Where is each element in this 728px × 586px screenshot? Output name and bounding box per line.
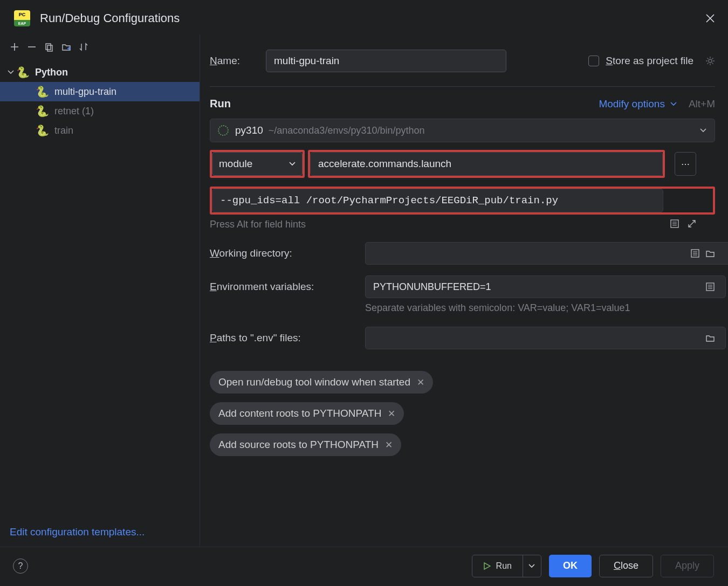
interpreter-name: py310 — [235, 125, 263, 136]
chip-label: Add source roots to PYTHONPATH — [218, 439, 379, 451]
tree-parent-python[interactable]: 🐍 Python — [0, 63, 200, 82]
copy-config-button[interactable] — [41, 39, 57, 55]
expand-icon[interactable] — [687, 219, 697, 229]
interpreter-select[interactable]: py310 ~/anaconda3/envs/py310/bin/python — [210, 119, 715, 142]
close-icon[interactable]: ✕ — [417, 377, 424, 388]
store-label: Store as project file — [606, 55, 693, 67]
module-name-input[interactable] — [310, 152, 663, 176]
parameters-input[interactable] — [212, 189, 663, 212]
chevron-down-icon — [670, 101, 677, 107]
add-config-button[interactable] — [6, 39, 23, 55]
workdir-label: Working directory: — [210, 247, 365, 259]
store-checkbox[interactable] — [588, 56, 599, 66]
env-helper: Separate variables with semicolon: VAR=v… — [365, 302, 715, 314]
modify-options-link[interactable]: Modify options — [599, 98, 665, 110]
ok-button[interactable]: OK — [549, 555, 592, 577]
chevron-down-icon — [289, 161, 296, 167]
app-icon — [14, 10, 30, 26]
list-icon[interactable] — [690, 249, 700, 258]
module-name-highlight — [308, 150, 665, 178]
sidebar: 🐍 Python 🐍 multi-gpu-train 🐍 retnet (1) … — [0, 35, 200, 547]
name-input[interactable] — [266, 50, 506, 72]
module-script-select[interactable]: module — [212, 152, 303, 176]
chevron-down-icon — [699, 127, 707, 134]
python-icon: 🐍 — [36, 105, 49, 118]
run-section-title: Run — [210, 98, 231, 110]
interpreter-path: ~/anaconda3/envs/py310/bin/python — [269, 125, 425, 136]
list-icon[interactable] — [670, 219, 679, 229]
chip-label: Open run/debug tool window when started — [218, 376, 410, 388]
parameters-highlight — [210, 187, 715, 215]
svg-rect-0 — [46, 44, 51, 50]
python-icon: 🐍 — [16, 66, 30, 79]
play-icon — [483, 562, 491, 570]
modify-shortcut: Alt+M — [689, 98, 715, 110]
loading-icon — [218, 125, 229, 136]
chip-label: Add content roots to PYTHONPATH — [218, 408, 381, 419]
help-button[interactable]: ? — [13, 559, 28, 574]
svg-rect-1 — [47, 45, 52, 51]
close-icon[interactable]: ✕ — [385, 439, 393, 451]
edit-templates-link[interactable]: Edit configuration templates... — [10, 526, 145, 537]
tree-item-multi-gpu-train[interactable]: 🐍 multi-gpu-train — [0, 82, 200, 101]
config-toolbar — [0, 36, 200, 58]
option-chip[interactable]: Add source roots to PYTHONPATH ✕ — [210, 433, 401, 456]
gear-icon[interactable] — [705, 56, 715, 66]
tree-item-label: retnet (1) — [54, 106, 94, 117]
tree-item-retnet[interactable]: 🐍 retnet (1) — [0, 101, 200, 121]
divider — [210, 86, 715, 87]
tree-item-label: multi-gpu-train — [54, 86, 116, 98]
field-hint: Press Alt for field hints — [210, 219, 715, 230]
option-chip[interactable]: Add content roots to PYTHONPATH ✕ — [210, 402, 404, 425]
run-dropdown-button[interactable] — [523, 555, 541, 577]
titlebar: Run/Debug Configurations — [0, 0, 728, 35]
paths-input[interactable] — [365, 327, 726, 349]
svg-point-2 — [709, 59, 712, 63]
workdir-input[interactable] — [365, 242, 728, 265]
footer: ? Run OK Close Apply — [0, 547, 728, 584]
list-icon[interactable] — [705, 282, 715, 292]
close-icon[interactable]: ✕ — [388, 408, 395, 419]
folder-icon[interactable] — [705, 249, 715, 258]
python-icon: 🐍 — [36, 124, 49, 137]
run-button[interactable]: Run — [472, 555, 523, 577]
remove-config-button[interactable] — [24, 39, 40, 55]
apply-button: Apply — [661, 555, 714, 577]
env-input[interactable] — [365, 275, 726, 298]
close-icon[interactable] — [703, 11, 717, 25]
run-button-group: Run — [472, 555, 541, 577]
tree-item-label: train — [54, 125, 73, 136]
browse-module-button[interactable]: ⋯ — [675, 152, 696, 176]
config-tree: 🐍 Python 🐍 multi-gpu-train 🐍 retnet (1) … — [0, 58, 200, 518]
module-select-label: module — [219, 158, 252, 170]
sort-config-button[interactable] — [75, 39, 92, 55]
run-button-label: Run — [496, 561, 512, 571]
folder-icon[interactable] — [705, 333, 715, 343]
chevron-down-icon — [5, 69, 16, 75]
python-icon: 🐍 — [36, 85, 49, 98]
name-label: Name: — [210, 55, 266, 67]
folder-config-button[interactable] — [58, 39, 74, 55]
module-script-select-highlight: module — [210, 150, 305, 178]
close-button[interactable]: Close — [599, 555, 653, 577]
paths-label: Paths to ".env" files: — [210, 332, 365, 344]
env-label: Environment variables: — [210, 281, 365, 293]
tree-item-train[interactable]: 🐍 train — [0, 121, 200, 140]
main-panel: Name: Store as project file Run Modify o… — [200, 35, 728, 547]
option-chip[interactable]: Open run/debug tool window when started … — [210, 371, 433, 394]
tree-parent-label: Python — [35, 67, 68, 78]
window-title: Run/Debug Configurations — [40, 11, 180, 25]
